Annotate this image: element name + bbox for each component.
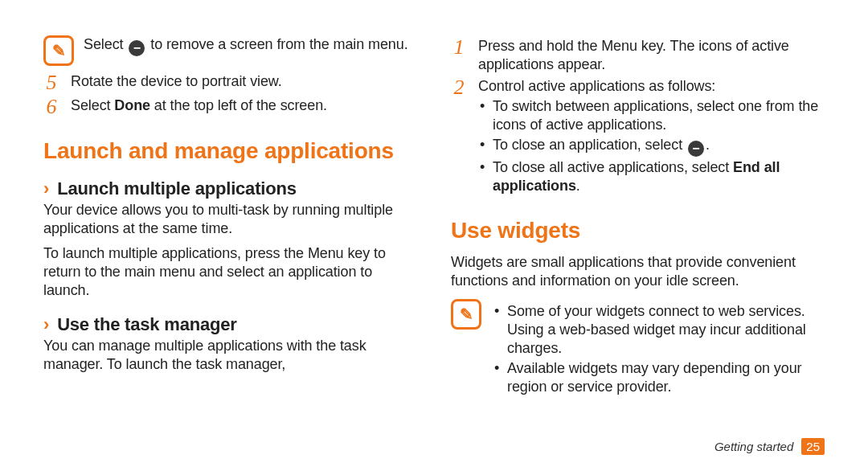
- note-icon: ✎: [451, 299, 481, 330]
- paragraph: Widgets are small applications that prov…: [451, 253, 825, 290]
- minus-icon: −: [688, 141, 704, 157]
- note-text: Select − to remove a screen from the mai…: [84, 35, 408, 56]
- pencil-icon: ✎: [52, 41, 66, 60]
- list-item: Available widgets may vary depending on …: [493, 359, 825, 396]
- note-widgets: ✎ Some of your widgets connect to web se…: [451, 299, 825, 398]
- heading-use-widgets: Use widgets: [451, 218, 825, 244]
- step-5: 5 Rotate the device to portrait view.: [43, 72, 417, 93]
- list-item: Some of your widgets connect to web serv…: [493, 302, 825, 358]
- note-remove-screen: ✎ Select − to remove a screen from the m…: [43, 35, 417, 66]
- subheading-launch-multiple: › Launch multiple applications: [43, 178, 417, 199]
- list-item: To close all active applications, select…: [478, 158, 825, 195]
- control-list: To switch between applications, select o…: [478, 97, 825, 195]
- step-text: Select Done at the top left of the scree…: [71, 96, 327, 115]
- note-icon: ✎: [43, 35, 74, 66]
- left-column: ✎ Select − to remove a screen from the m…: [43, 34, 417, 439]
- heading-launch-manage: Launch and manage applications: [43, 138, 417, 164]
- paragraph: Your device allows you to multi-task by …: [43, 201, 417, 238]
- step-number: 5: [43, 72, 59, 93]
- step-6: 6 Select Done at the top left of the scr…: [43, 96, 417, 117]
- step-content: Control active applications as follows: …: [478, 77, 825, 197]
- section-label: Getting started: [714, 440, 793, 453]
- page-footer: Getting started 25: [714, 438, 825, 455]
- paragraph: To launch multiple applications, press t…: [43, 244, 417, 300]
- step-lead: Control active applications as follows:: [478, 77, 825, 96]
- manual-page: ✎ Select − to remove a screen from the m…: [0, 0, 868, 471]
- subheading-task-manager: › Use the task manager: [43, 314, 417, 335]
- right-column: 1 Press and hold the Menu key. The icons…: [451, 34, 825, 439]
- list-item: To close an application, select −.: [478, 136, 825, 157]
- step-text: Press and hold the Menu key. The icons o…: [478, 37, 825, 74]
- minus-icon: −: [129, 40, 145, 56]
- step-number: 2: [451, 77, 467, 98]
- widget-note-list: Some of your widgets connect to web serv…: [493, 301, 825, 398]
- step-number: 1: [451, 37, 467, 58]
- step-text: Rotate the device to portrait view.: [71, 72, 282, 91]
- list-item: To switch between applications, select o…: [478, 97, 825, 134]
- chevron-right-icon: ›: [43, 178, 49, 199]
- pencil-icon: ✎: [460, 305, 473, 324]
- step-1: 1 Press and hold the Menu key. The icons…: [451, 37, 825, 74]
- page-number: 25: [801, 438, 825, 455]
- step-2: 2 Control active applications as follows…: [451, 77, 825, 197]
- step-number: 6: [43, 96, 59, 117]
- paragraph: You can manage multiple applications wit…: [43, 337, 417, 374]
- chevron-right-icon: ›: [43, 314, 49, 335]
